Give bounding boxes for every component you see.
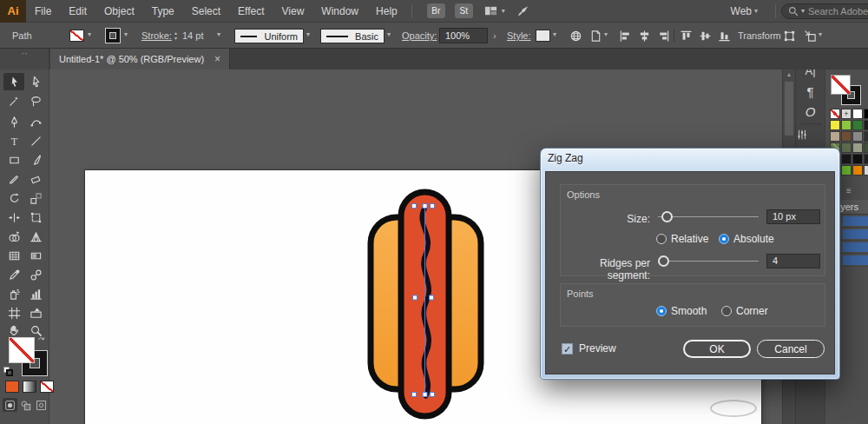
- width-profile-dropdown[interactable]: Uniform: [234, 29, 304, 43]
- tool-eyedropper[interactable]: [3, 266, 24, 283]
- scrollbar-thumb[interactable]: [785, 82, 793, 136]
- bounding-box-icon[interactable]: [782, 29, 796, 43]
- document-tab[interactable]: Untitled-1* @ 50% (RGB/Preview) ×: [50, 49, 230, 70]
- smooth-radio[interactable]: Smooth: [656, 305, 707, 317]
- none-button[interactable]: [40, 381, 54, 393]
- brush-definition-dropdown[interactable]: Basic: [320, 29, 385, 43]
- swatch-color[interactable]: [864, 131, 868, 142]
- swatch-color[interactable]: [852, 120, 863, 130]
- tool-rectangle[interactable]: [3, 151, 24, 169]
- opacity-expand-arrow[interactable]: ›: [493, 30, 496, 41]
- gpu-performance-icon[interactable]: [516, 3, 531, 19]
- tool-gradient[interactable]: [25, 247, 46, 264]
- tool-rotate[interactable]: [3, 189, 24, 207]
- tool-hand[interactable]: [3, 321, 24, 339]
- preview-checkbox[interactable]: ✓Preview: [562, 342, 616, 354]
- align-left-icon[interactable]: [618, 29, 632, 43]
- ok-button[interactable]: OK: [683, 340, 751, 358]
- swatch-color[interactable]: [852, 131, 863, 142]
- tool-column-graph[interactable]: [25, 285, 46, 302]
- menu-effect[interactable]: Effect: [229, 0, 273, 23]
- swatch-color[interactable]: [852, 154, 863, 164]
- opentype-panel-icon[interactable]: O: [796, 104, 825, 119]
- ridges-slider[interactable]: [658, 255, 759, 267]
- style-link[interactable]: Style:: [507, 30, 531, 41]
- tool-width[interactable]: [3, 209, 24, 226]
- document-setup-globe-icon[interactable]: [569, 29, 582, 43]
- tool-slice[interactable]: [25, 304, 46, 321]
- chevron-down-icon[interactable]: ▾: [502, 7, 505, 15]
- stock-button[interactable]: St: [455, 3, 473, 18]
- transform-link[interactable]: Transform: [738, 30, 781, 41]
- swatch-color[interactable]: [852, 165, 863, 176]
- ridges-slider-knob[interactable]: [658, 255, 669, 267]
- menu-window[interactable]: Window: [312, 0, 367, 23]
- chevron-down-icon[interactable]: ▾: [88, 30, 91, 38]
- arrange-documents-icon[interactable]: [483, 3, 499, 19]
- swatch-none[interactable]: [830, 109, 840, 119]
- draw-normal-mode[interactable]: [3, 398, 17, 412]
- fill-color-swatch[interactable]: [69, 30, 84, 42]
- chevron-down-icon[interactable]: ▾: [387, 30, 391, 38]
- menu-view[interactable]: View: [273, 0, 313, 23]
- tool-pen[interactable]: [3, 113, 24, 130]
- tool-line-segment[interactable]: [25, 132, 46, 149]
- close-icon[interactable]: ×: [214, 53, 220, 65]
- layer-selection[interactable]: [843, 242, 868, 252]
- swatch-color[interactable]: [830, 120, 840, 130]
- isolate-object-icon[interactable]: [803, 29, 817, 43]
- chevron-down-icon[interactable]: ▾: [124, 30, 128, 38]
- menu-file[interactable]: File: [26, 0, 60, 23]
- draw-inside-mode[interactable]: [34, 398, 49, 412]
- layer-selection[interactable]: [843, 229, 868, 239]
- absolute-radio[interactable]: Absolute: [719, 233, 774, 245]
- tool-pencil[interactable]: [3, 170, 24, 188]
- tool-magic-wand[interactable]: [3, 92, 24, 109]
- tool-type[interactable]: T: [3, 132, 24, 149]
- swatch-color[interactable]: [864, 120, 868, 130]
- tool-artboard[interactable]: [3, 304, 24, 321]
- menu-object[interactable]: Object: [95, 0, 143, 23]
- swatch-color[interactable]: [864, 109, 868, 119]
- menu-select[interactable]: Select: [183, 0, 229, 23]
- swatch-color[interactable]: [841, 165, 852, 176]
- swatch-color[interactable]: [864, 142, 868, 153]
- search-input[interactable]: ▾ Search Adobe: [781, 3, 868, 19]
- workspace-switcher[interactable]: Web▾: [731, 5, 758, 17]
- swap-fill-stroke-icon[interactable]: [36, 335, 48, 346]
- opacity-value-field[interactable]: 100%: [439, 28, 488, 43]
- document-setup-icon[interactable]: [589, 29, 602, 43]
- tool-direct-selection[interactable]: [25, 73, 46, 90]
- paragraph-panel-icon[interactable]: ¶: [796, 84, 825, 99]
- stroke-panel-link[interactable]: Stroke:: [141, 30, 172, 41]
- draw-behind-mode[interactable]: [18, 398, 33, 412]
- color-button[interactable]: [5, 381, 19, 393]
- menu-type[interactable]: Type: [143, 0, 183, 23]
- stroke-weight-stepper[interactable]: ▴▾: [172, 28, 180, 43]
- chevron-down-icon[interactable]: ▾: [217, 30, 220, 38]
- align-hcenter-icon[interactable]: [637, 29, 651, 43]
- align-top-icon[interactable]: [679, 29, 693, 43]
- chevron-down-icon[interactable]: ▾: [819, 30, 822, 38]
- cancel-button[interactable]: Cancel: [757, 340, 825, 358]
- swatch-color[interactable]: [830, 131, 840, 142]
- tool-selection[interactable]: [3, 73, 24, 90]
- layer-selection[interactable]: [843, 216, 868, 226]
- size-slider-knob[interactable]: [661, 211, 673, 222]
- swatch-color[interactable]: [841, 142, 852, 153]
- chevron-down-icon[interactable]: ▾: [553, 30, 556, 38]
- menu-help[interactable]: Help: [367, 0, 406, 23]
- align-vcenter-icon[interactable]: [698, 29, 712, 43]
- tool-symbol-sprayer[interactable]: [3, 285, 24, 302]
- dialog-title[interactable]: Zig Zag: [548, 152, 583, 164]
- align-right-icon[interactable]: [656, 29, 670, 43]
- swatch-color[interactable]: [864, 165, 868, 176]
- swatch-color[interactable]: [841, 154, 852, 164]
- swatch-color[interactable]: [852, 142, 863, 153]
- stroke-color-swatch[interactable]: [106, 29, 120, 43]
- size-slider-track[interactable]: [658, 216, 759, 217]
- swatch-color[interactable]: [852, 109, 863, 119]
- tool-scale[interactable]: [25, 189, 46, 207]
- graphic-style-swatch[interactable]: [536, 30, 550, 42]
- size-slider[interactable]: [658, 211, 759, 222]
